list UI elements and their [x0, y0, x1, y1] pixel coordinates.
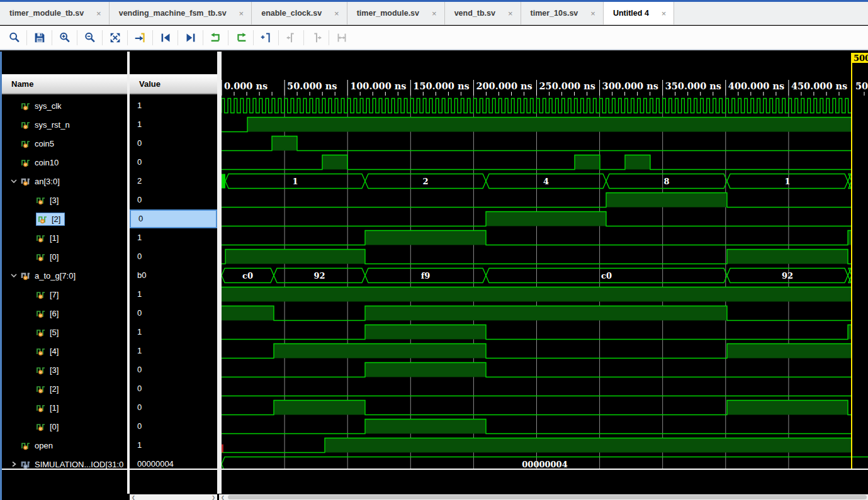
toolbar-divider — [203, 30, 203, 45]
value-panel-horizontal-scrollbar[interactable]: ❮ ❯ — [130, 494, 217, 500]
signal-value-sys-rst-n[interactable]: 1 — [130, 115, 217, 134]
next-marker-icon — [306, 29, 327, 47]
signal-row--2-[interactable]: [2] — [2, 209, 127, 228]
name-column-header[interactable]: Name — [2, 74, 127, 94]
svg-text:500: 500 — [855, 81, 868, 91]
scroll-left-icon[interactable]: ❮ — [130, 494, 137, 500]
value-column-header[interactable]: Value — [130, 74, 217, 94]
signal-value--2-[interactable]: 0 — [130, 209, 217, 228]
signal-name-label: SIMULATION...IOD[31:0 — [35, 460, 123, 469]
chevron-down-icon[interactable] — [7, 177, 21, 186]
signal-value--2-[interactable]: 0 — [130, 379, 217, 398]
editor-tab-vend-tb-sv[interactable]: vend_tb.sv× — [445, 2, 521, 25]
signal-row-a-to-g-7-0-[interactable]: a_to_g[7:0] — [2, 266, 127, 285]
signal-row--4-[interactable]: [4] — [2, 342, 127, 360]
signal-value-sys-clk[interactable]: 1 — [130, 96, 217, 115]
signal-row-coin10[interactable]: coin10 — [2, 153, 127, 172]
tab-close-icon[interactable]: × — [508, 9, 513, 18]
tab-close-icon[interactable]: × — [96, 9, 101, 18]
zoom-fit-icon[interactable] — [104, 29, 125, 47]
signal-row--1-[interactable]: [1] — [2, 398, 127, 417]
signal-row--3-[interactable]: [3] — [2, 191, 127, 209]
editor-tab-timer-module-tb-sv[interactable]: timer_module_tb.sv× — [0, 2, 110, 25]
signal-value--1-[interactable]: 0 — [130, 398, 217, 417]
signal-value-an-3-0-[interactable]: 2 — [130, 172, 217, 191]
signal-name-label: [2] — [50, 384, 59, 394]
waveform-viewer-window: timer_module_tb.sv×vending_machine_fsm_t… — [0, 0, 868, 500]
editor-tab-vending-machine-fsm-tb-sv[interactable]: vending_machine_fsm_tb.sv× — [110, 2, 252, 25]
scalar-signal-icon — [21, 158, 31, 167]
tab-close-icon[interactable]: × — [239, 9, 244, 18]
signal-value--1-[interactable]: 1 — [130, 228, 217, 247]
svg-text:4: 4 — [543, 177, 549, 186]
save-icon[interactable] — [29, 29, 50, 47]
go-to-last-time-icon[interactable] — [180, 29, 201, 47]
signal-row-coin5[interactable]: coin5 — [2, 134, 127, 153]
toolbar-divider — [329, 30, 329, 45]
tab-close-icon[interactable]: × — [334, 9, 339, 18]
signal-row--0-[interactable]: [0] — [2, 417, 127, 436]
signal-value--4-[interactable]: 1 — [130, 342, 217, 360]
previous-transition-icon[interactable] — [205, 29, 226, 47]
signal-value--5-[interactable]: 1 — [130, 323, 217, 342]
signal-name-label: [1] — [50, 403, 59, 413]
signal-row-open[interactable]: open — [2, 436, 127, 455]
waveform-canvas[interactable]: 0.000 ns50.000 ns100.000 ns150.000 ns200… — [222, 52, 868, 470]
next-transition-icon[interactable] — [230, 29, 251, 47]
scalar-signal-icon — [36, 252, 46, 262]
signal-name-label: [3] — [50, 196, 59, 205]
signal-value--3-[interactable]: 0 — [130, 360, 217, 379]
tab-close-icon[interactable]: × — [662, 9, 667, 18]
scalar-signal-icon — [36, 422, 46, 431]
editor-tab-timer-10s-sv[interactable]: timer_10s.sv× — [521, 2, 604, 25]
wave-horizontal-scrollbar[interactable]: ❮ — [219, 494, 868, 500]
chevron-right-icon[interactable] — [7, 460, 21, 469]
signal-value--7-[interactable]: 1 — [130, 285, 217, 304]
signal-value--0-[interactable]: 0 — [130, 247, 217, 266]
signal-value-simulation-iod-31-0[interactable]: 00000004 — [130, 455, 217, 469]
signal-row-sys-rst-n[interactable]: sys_rst_n — [2, 115, 127, 134]
editor-tab-untitled-4[interactable]: Untitled 4× — [604, 2, 675, 25]
svg-text:0.000 ns: 0.000 ns — [224, 81, 268, 91]
waveform-toolbar — [0, 26, 868, 50]
signal-row--3-[interactable]: [3] — [2, 360, 127, 379]
go-to-time-zero-icon[interactable] — [155, 29, 176, 47]
signal-name-label: [6] — [50, 309, 59, 318]
zoom-in-icon[interactable] — [54, 29, 75, 47]
signal-row--2-[interactable]: [2] — [2, 379, 127, 398]
signal-value--3-[interactable]: 0 — [130, 191, 217, 209]
editor-tab-timer-module-sv[interactable]: timer_module.sv× — [347, 2, 445, 25]
scroll-right-icon[interactable]: ❯ — [210, 494, 217, 500]
signal-value--0-[interactable]: 0 — [130, 417, 217, 436]
tab-close-icon[interactable]: × — [432, 9, 437, 18]
signal-value--6-[interactable]: 0 — [130, 304, 217, 323]
signal-row--5-[interactable]: [5] — [2, 323, 127, 342]
signal-name-label: sys_clk — [35, 101, 62, 111]
go-to-cursor-icon[interactable] — [130, 29, 150, 47]
signal-row-an-3-0-[interactable]: an[3:0] — [2, 172, 127, 191]
signal-row-simulation-iod-31-0[interactable]: SIMULATION...IOD[31:0 — [2, 455, 127, 469]
toolbar-divider — [77, 30, 77, 45]
find-icon[interactable] — [4, 29, 25, 47]
signal-row-sys-clk[interactable]: sys_clk — [2, 96, 127, 115]
tab-close-icon[interactable]: × — [590, 9, 595, 18]
chevron-down-icon[interactable] — [7, 271, 21, 280]
signal-row--1-[interactable]: [1] — [2, 228, 127, 247]
waveform-svg[interactable]: 0.000 ns50.000 ns100.000 ns150.000 ns200… — [222, 52, 868, 469]
signal-value-open[interactable]: 1 — [130, 436, 217, 455]
signal-value-coin10[interactable]: 0 — [130, 153, 217, 172]
editor-tab-enable-clock-sv[interactable]: enable_clock.sv× — [252, 2, 347, 25]
svg-text:f9: f9 — [421, 271, 431, 281]
zoom-out-icon[interactable] — [79, 29, 100, 47]
signal-row--7-[interactable]: [7] — [2, 285, 127, 304]
signal-row--6-[interactable]: [6] — [2, 304, 127, 323]
signal-value-a-to-g-7-0-[interactable]: b0 — [130, 266, 217, 285]
signal-value-coin5[interactable]: 0 — [130, 134, 217, 153]
scalar-signal-icon — [21, 139, 31, 148]
scrollbar-thumb[interactable] — [228, 495, 867, 499]
add-marker-icon[interactable] — [256, 29, 276, 47]
scroll-left-icon[interactable]: ❮ — [219, 494, 227, 500]
value-wave-splitter[interactable] — [217, 52, 222, 494]
toolbar-divider — [253, 30, 254, 45]
signal-row--0-[interactable]: [0] — [2, 247, 127, 266]
